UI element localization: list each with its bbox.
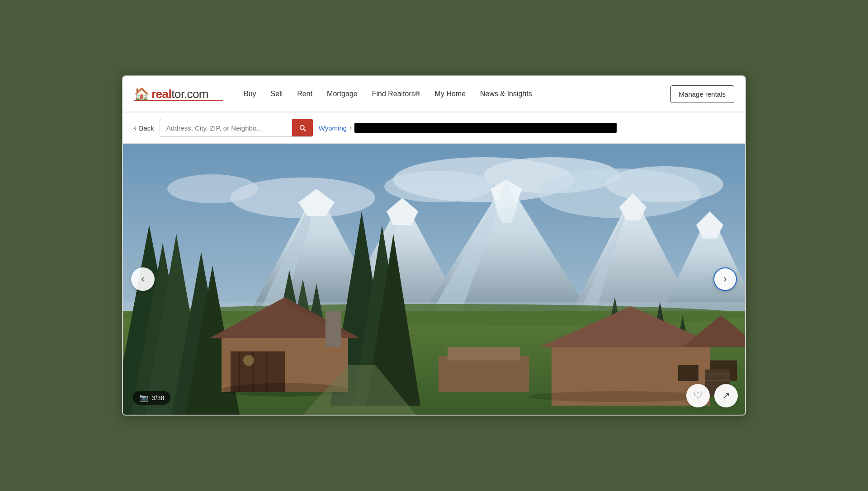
svg-point-5	[606, 166, 723, 202]
gallery-next-button[interactable]: ›	[713, 267, 737, 291]
nav-rent[interactable]: Rent	[291, 86, 319, 102]
gallery-actions: ♡ ↗	[686, 384, 738, 407]
svg-point-52	[243, 355, 254, 366]
save-heart-button[interactable]: ♡	[686, 384, 710, 407]
back-button[interactable]: ‹ Back	[134, 124, 154, 132]
nav-my-home[interactable]: My Home	[429, 86, 472, 102]
svg-rect-58	[678, 365, 698, 381]
nav-links: Buy Sell Rent Mortgage Find Realtors® My…	[237, 86, 670, 102]
prev-chevron-icon: ‹	[141, 273, 144, 285]
browser-frame: 🏠 realtor.com Buy Sell Rent Mortgage Fin…	[122, 75, 746, 416]
share-icon: ↗	[722, 390, 730, 402]
gallery: ‹ › 📷 3/38 ♡ ↗	[123, 144, 745, 415]
breadcrumb-separator: ›	[349, 124, 352, 132]
svg-rect-62	[439, 356, 529, 392]
svg-rect-53	[326, 311, 341, 347]
breadcrumb-state-link[interactable]: Wyoming	[319, 124, 347, 132]
logo-real: real	[151, 87, 171, 101]
back-chevron-icon: ‹	[134, 124, 136, 132]
gallery-prev-button[interactable]: ‹	[131, 267, 155, 291]
breadcrumb-current-redacted	[354, 123, 617, 133]
search-button[interactable]	[292, 119, 313, 136]
svg-point-7	[167, 174, 258, 203]
search-input-wrap	[160, 119, 313, 137]
manage-rentals-button[interactable]: Manage rentals	[670, 85, 734, 103]
search-bar: ‹ Back Wyoming ›	[123, 112, 745, 144]
back-label: Back	[139, 124, 154, 132]
nav-buy[interactable]: Buy	[237, 86, 263, 102]
logo-underline	[134, 100, 223, 101]
photo-counter: 📷 3/38	[133, 391, 170, 405]
camera-icon: 📷	[139, 393, 148, 402]
logo-wrapper: 🏠 realtor.com	[134, 87, 223, 101]
nav-sell[interactable]: Sell	[264, 86, 289, 102]
nav-mortgage[interactable]: Mortgage	[321, 86, 364, 102]
logo-domain: tor.com	[171, 87, 208, 101]
svg-point-65	[529, 391, 710, 402]
navbar: 🏠 realtor.com Buy Sell Rent Mortgage Fin…	[123, 76, 745, 112]
nav-find-realtors[interactable]: Find Realtors®	[366, 86, 427, 102]
nav-news-insights[interactable]: News & Insights	[474, 86, 538, 102]
gallery-image	[123, 144, 745, 415]
svg-rect-63	[448, 347, 520, 360]
photo-count-label: 3/38	[152, 394, 164, 402]
heart-icon: ♡	[693, 390, 703, 402]
logo-text: realtor.com	[151, 87, 208, 101]
search-input[interactable]	[160, 120, 292, 136]
svg-point-3	[384, 171, 493, 202]
search-icon	[298, 124, 307, 132]
next-chevron-icon: ›	[723, 273, 726, 285]
breadcrumb: Wyoming ›	[319, 123, 617, 133]
share-button[interactable]: ↗	[714, 384, 738, 407]
